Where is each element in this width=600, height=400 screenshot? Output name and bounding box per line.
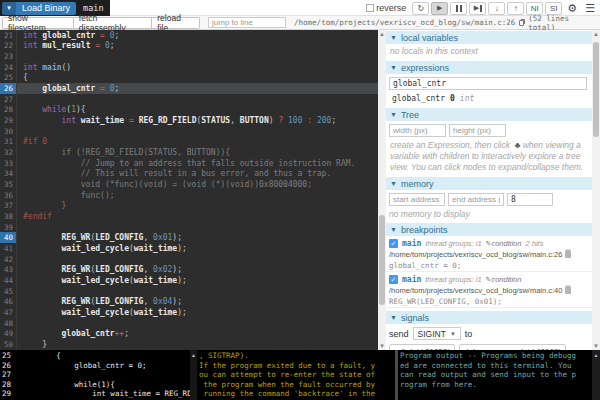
jump-to-line-input[interactable] — [208, 17, 286, 28]
sidebar-scroll-thumb[interactable] — [593, 42, 599, 137]
chevron-down-icon: ▾ — [7, 4, 11, 12]
line-number-gutter[interactable]: 44 — [0, 275, 17, 286]
source-scrollbar[interactable]: ▲ ▼ — [378, 30, 386, 350]
program-output-terminal[interactable]: Program output -- Programs being debugge… — [398, 350, 592, 400]
section-memory[interactable]: ▼ memory — [386, 177, 592, 190]
section-breakpoints[interactable]: ▼ breakpoints — [386, 223, 592, 236]
code-text: } — [17, 201, 66, 210]
breakpoint-function[interactable]: main — [402, 239, 421, 248]
line-number-gutter[interactable]: 37 — [0, 201, 17, 212]
code-line: 37 } — [0, 201, 378, 212]
tree-icon: ♣ — [512, 140, 522, 150]
reverse-checkbox[interactable] — [366, 4, 374, 12]
line-number-gutter[interactable]: 39 — [0, 222, 17, 233]
line-number-gutter[interactable]: 45 — [0, 286, 17, 297]
code-text: global_cntr = 0; — [17, 84, 119, 93]
scroll-up-icon[interactable]: ▲ — [378, 30, 386, 38]
line-number-gutter[interactable]: 33 — [0, 158, 17, 169]
breakpoint-enabled-checkbox[interactable]: ✓ — [389, 239, 398, 248]
code-text: wait_led_cycle(wait_time); — [17, 276, 187, 285]
line-number-gutter[interactable]: 41 — [0, 243, 17, 254]
breakpoint-condition-link[interactable]: ✎condition — [486, 239, 522, 248]
gdb-terminal[interactable]: 25 {26 global_cntr = 0;2728 while(1){29 … — [0, 350, 190, 400]
line-number-gutter[interactable]: 46 — [0, 296, 17, 307]
code-line: 30 — [0, 126, 378, 137]
line-number-gutter[interactable]: 50 — [0, 339, 17, 350]
tree-height-input[interactable] — [449, 124, 506, 137]
tree-width-input[interactable] — [389, 124, 446, 137]
line-number-gutter[interactable]: 31 — [0, 137, 17, 148]
line-number-gutter[interactable]: 32 — [0, 147, 17, 158]
scroll-up-icon[interactable]: ▲ — [592, 30, 600, 38]
line-number-gutter[interactable]: 34 — [0, 169, 17, 180]
expression-result-row[interactable]: global_cntr 0 int — [386, 90, 592, 105]
expression-type: int — [460, 94, 474, 103]
line-number-gutter[interactable]: 48 — [0, 318, 17, 329]
scroll-down-icon[interactable]: ▼ — [592, 342, 600, 350]
line-number-gutter[interactable]: 47 — [0, 307, 17, 318]
code-line: 42 — [0, 254, 378, 265]
breakpoint-path[interactable]: /home/tom/projects/vexriscv_ocd_blog/sw/… — [389, 286, 562, 295]
code-text: int main() — [17, 63, 71, 72]
expression-input[interactable] — [389, 77, 587, 90]
breakpoint-code: REG_WR(LED_CONFIG, 0x01); — [389, 297, 589, 306]
scroll-down-icon[interactable]: ▼ — [378, 342, 386, 350]
breakpoint-path[interactable]: /home/tom/projects/vexriscv_ocd_blog/sw/… — [389, 250, 562, 259]
code-line: 23 — [0, 51, 378, 62]
section-expressions[interactable]: ▼ expressions — [386, 61, 592, 74]
memory-rows-input[interactable] — [507, 193, 553, 206]
section-local-variables[interactable]: ▼ local variables — [386, 31, 592, 44]
line-number-gutter[interactable]: 30 — [0, 126, 17, 137]
breakpoint-condition-link[interactable]: ✎condition — [486, 275, 522, 284]
copy-icon[interactable] — [519, 20, 524, 26]
terminal-line: ed are connected to this terminal. You — [400, 361, 592, 371]
line-number-gutter[interactable]: 36 — [0, 190, 17, 201]
reload-file-button[interactable]: reload file — [152, 17, 200, 29]
line-number-gutter[interactable]: 22 — [0, 41, 17, 52]
program-terminal-scrollbar[interactable]: ▲ — [592, 350, 600, 400]
terminal-line: 26 global_cntr = 0; — [2, 361, 190, 371]
breakpoint-thread-groups: thread groups: i1 — [425, 275, 481, 284]
section-signals[interactable]: ▼ signals — [386, 311, 592, 324]
reverse-checkbox-group[interactable]: reverse — [366, 3, 406, 13]
line-number-gutter[interactable]: 23 — [0, 51, 17, 62]
tree-hint-text: create an Expression, then click ♣ when … — [386, 138, 592, 174]
line-number-gutter[interactable]: 38 — [0, 211, 17, 222]
code-text: wait_led_cycle(wait_time); — [17, 308, 187, 317]
line-number-gutter[interactable]: 21 — [0, 30, 17, 41]
line-number-gutter[interactable]: 49 — [0, 328, 17, 339]
trash-icon[interactable] — [565, 251, 571, 258]
line-number-gutter[interactable]: 28 — [0, 105, 17, 116]
signal-select[interactable]: SIGINT ▼ — [413, 327, 461, 340]
line-number-gutter[interactable]: 35 — [0, 179, 17, 190]
code-text: int global_cntr = 0; — [17, 31, 119, 40]
line-number-gutter[interactable]: 40 — [0, 232, 17, 243]
scroll-up-icon[interactable]: ▲ — [592, 350, 600, 358]
line-number-gutter[interactable]: 24 — [0, 62, 17, 73]
memory-end-input[interactable] — [448, 193, 504, 206]
show-filesystem-button[interactable]: show filesystem — [2, 17, 74, 29]
source-scroll-thumb[interactable] — [379, 215, 385, 305]
breakpoint-function[interactable]: main — [402, 275, 421, 284]
breakpoint-enabled-checkbox[interactable]: ✓ — [389, 275, 398, 284]
terminal-line: ou can attempt to re-enter the state of — [199, 370, 395, 380]
fetch-disassembly-button[interactable]: fetch disassembly — [74, 17, 152, 29]
arrow-down-icon: ↓ — [495, 4, 499, 13]
section-title: memory — [401, 179, 434, 189]
breakpoint-hits: 2 hits — [525, 239, 543, 248]
line-number-gutter[interactable]: 42 — [0, 254, 17, 265]
sidebar-scrollbar[interactable]: ▲ ▼ — [592, 30, 600, 350]
line-number-gutter[interactable]: 43 — [0, 264, 17, 275]
line-number-gutter[interactable]: 27 — [0, 94, 17, 105]
scroll-up-icon[interactable]: ▲ — [190, 350, 197, 358]
code-text: REG_WR(LED_CONFIG, 0x01); — [17, 233, 182, 242]
gdbgui-console-terminal[interactable]: , SIGTRAP).If the program exited due to … — [197, 350, 395, 400]
trash-icon[interactable] — [565, 287, 571, 294]
section-tree[interactable]: ▼ Tree — [386, 108, 592, 121]
memory-start-input[interactable] — [389, 193, 445, 206]
binary-name[interactable]: main — [83, 3, 103, 13]
line-number-gutter[interactable]: 26 — [0, 83, 17, 94]
line-number-gutter[interactable]: 25 — [0, 73, 17, 84]
gdb-terminal-scrollbar[interactable]: ▲ — [190, 350, 197, 400]
line-number-gutter[interactable]: 29 — [0, 115, 17, 126]
